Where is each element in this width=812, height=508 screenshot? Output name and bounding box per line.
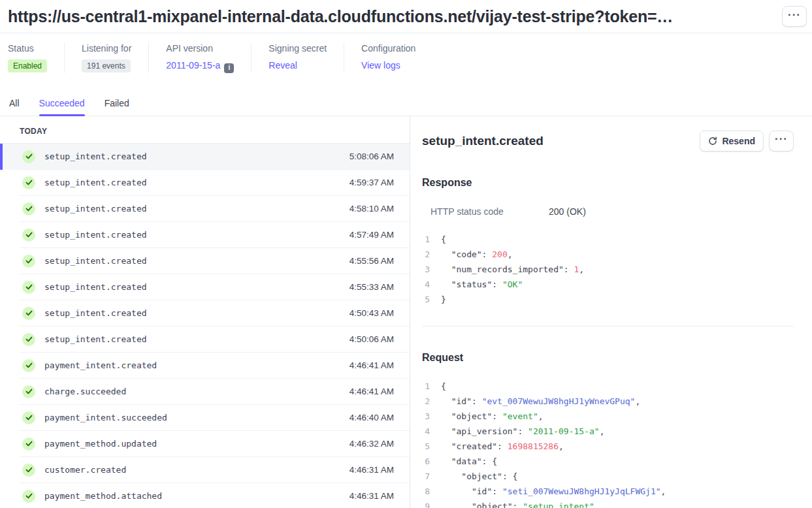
event-type: charge.succeeded: [44, 387, 126, 396]
meta-configuration: Configuration View logs: [344, 42, 432, 73]
list-item[interactable]: setup_intent.created4:55:33 AM: [0, 274, 410, 300]
webhook-meta-bar: Status Enabled Listening for 191 events …: [8, 42, 812, 73]
list-item[interactable]: setup_intent.created4:58:10 AM: [0, 196, 410, 222]
status-badge: Enabled: [8, 59, 47, 72]
check-icon: [22, 437, 35, 451]
line-number: 5: [422, 292, 430, 307]
tab-all[interactable]: All: [9, 95, 20, 116]
webhook-endpoint-page: https://us-central1-mixpanel-internal-da…: [0, 0, 812, 508]
event-group-header: TODAY: [0, 116, 410, 144]
event-count-badge: 191 events: [82, 59, 131, 72]
signing-secret-label: Signing secret: [268, 42, 327, 54]
list-item[interactable]: setup_intent.created4:50:06 AM: [0, 326, 410, 353]
check-icon: [22, 307, 35, 320]
event-type: setup_intent.created: [44, 204, 147, 214]
response-code-block: 1{2 "code": 200,3 "num_records_imported"…: [422, 232, 794, 307]
code-line: 7 "object": {: [422, 469, 794, 484]
api-version-link[interactable]: 2011-09-15-a: [166, 60, 220, 71]
list-item[interactable]: charge.succeeded4:46:41 AM: [0, 379, 410, 405]
event-time: 4:46:31 AM: [349, 465, 394, 475]
reveal-link[interactable]: Reveal: [268, 60, 297, 71]
request-heading: Request: [422, 352, 794, 364]
view-logs-link[interactable]: View logs: [361, 60, 400, 71]
event-time: 5:08:06 AM: [349, 151, 394, 161]
event-time: 4:46:31 AM: [349, 491, 394, 501]
detail-title: setup_intent.created: [422, 134, 544, 148]
code-line: 3 "num_records_imported": 1,: [422, 262, 794, 277]
list-item[interactable]: payment_intent.succeeded4:46:40 AM: [0, 405, 410, 431]
event-time: 4:46:41 AM: [349, 387, 394, 396]
event-list-panel: TODAY setup_intent.created5:08:06 AMsetu…: [0, 116, 410, 508]
line-number: 2: [422, 394, 430, 409]
line-number: 1: [422, 232, 430, 247]
line-number: 7: [422, 469, 430, 484]
list-item[interactable]: payment_method.attached4:46:31 AM: [0, 483, 410, 508]
header-overflow-button[interactable]: ···: [782, 6, 807, 27]
http-status-label: HTTP status code: [430, 206, 549, 217]
list-item[interactable]: customer.created4:46:31 AM: [0, 457, 410, 483]
info-icon[interactable]: i: [224, 63, 234, 73]
event-time: 4:57:49 AM: [349, 230, 394, 240]
event-detail-panel: setup_intent.created Resend ···: [410, 116, 812, 508]
check-icon: [22, 150, 35, 163]
line-number: 5: [422, 439, 430, 454]
check-icon: [22, 385, 35, 398]
code-line: 5 "created": 1698815286,: [422, 439, 794, 454]
page-header: https://us-central1-mixpanel-internal-da…: [0, 0, 812, 33]
event-time: 4:50:06 AM: [349, 334, 394, 344]
list-item[interactable]: setup_intent.created4:57:49 AM: [0, 222, 410, 248]
code-line: 9 "object": "setup_intent",: [422, 499, 794, 508]
main-split: TODAY setup_intent.created5:08:06 AMsetu…: [0, 116, 812, 508]
check-icon: [22, 464, 35, 477]
list-item[interactable]: payment_method.updated4:46:32 AM: [0, 431, 410, 457]
check-icon: [22, 490, 35, 503]
detail-overflow-button[interactable]: ···: [769, 131, 794, 151]
code-line: 2 "code": 200,: [422, 247, 794, 262]
line-number: 1: [422, 379, 430, 394]
event-time: 4:50:43 AM: [349, 308, 394, 318]
event-type: setup_intent.created: [44, 178, 147, 187]
check-icon: [22, 333, 35, 346]
check-icon: [22, 255, 35, 268]
code-line: 1{: [422, 379, 794, 394]
event-type: payment_method.updated: [44, 439, 157, 449]
response-heading: Response: [422, 177, 794, 189]
check-icon: [22, 281, 35, 294]
event-type: setup_intent.created: [44, 151, 147, 161]
detail-actions: Resend ···: [700, 131, 794, 151]
event-time: 4:55:33 AM: [349, 282, 394, 292]
resend-button[interactable]: Resend: [700, 131, 764, 151]
api-version-label: API version: [166, 42, 234, 54]
resend-icon: [708, 136, 717, 146]
event-time: 4:59:37 AM: [349, 178, 394, 187]
list-item[interactable]: setup_intent.created4:59:37 AM: [0, 170, 410, 196]
event-time: 4:46:32 AM: [349, 439, 394, 449]
line-number: 8: [422, 484, 430, 499]
line-number: 4: [422, 277, 430, 292]
meta-status: Status Enabled: [8, 42, 64, 73]
meta-listening-for: Listening for 191 events: [64, 42, 148, 73]
event-type: payment_intent.succeeded: [44, 413, 167, 422]
list-item[interactable]: setup_intent.created5:08:06 AM: [0, 144, 410, 170]
tab-failed[interactable]: Failed: [105, 95, 129, 116]
list-item[interactable]: setup_intent.created4:55:56 AM: [0, 248, 410, 274]
request-code-block: 1{2 "id": "evt_007WewuJW8hgHJ1yWnevGPuq"…: [422, 379, 794, 508]
code-line: 3 "object": "event",: [422, 409, 794, 424]
code-line: 4 "api_version": "2011-09-15-a",: [422, 424, 794, 439]
line-number: 9: [422, 499, 430, 508]
check-icon: [22, 229, 35, 242]
event-type: setup_intent.created: [44, 308, 147, 318]
section-divider: [422, 326, 794, 326]
tab-succeeded[interactable]: Succeeded: [39, 95, 85, 116]
line-number: 6: [422, 454, 430, 469]
ellipsis-icon: ···: [788, 9, 801, 20]
code-line: 2 "id": "evt_007WewuJW8hgHJ1yWnevGPuq",: [422, 394, 794, 409]
http-status-row: HTTP status code 200 (OK): [430, 206, 794, 217]
list-item[interactable]: payment_intent.created4:46:41 AM: [0, 353, 410, 379]
line-number: 3: [422, 409, 430, 424]
code-line: 6 "data": {: [422, 454, 794, 469]
code-line: 5}: [422, 292, 794, 307]
list-item[interactable]: setup_intent.created4:50:43 AM: [0, 300, 410, 326]
line-number: 3: [422, 262, 430, 277]
listening-for-label: Listening for: [82, 42, 131, 54]
